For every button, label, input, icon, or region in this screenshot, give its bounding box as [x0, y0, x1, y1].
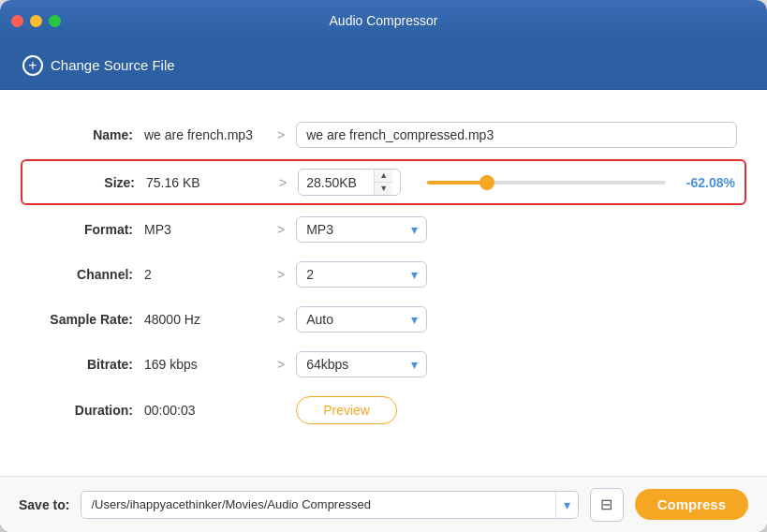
name-label: Name:: [30, 127, 133, 142]
sample-rate-row: Sample Rate: 48000 Hz > Auto 44100 48000: [30, 297, 737, 342]
format-row: Format: MP3 > MP3 AAC WAV FLAC: [30, 207, 737, 252]
bitrate-arrow-icon: >: [277, 357, 285, 372]
size-spinner-down[interactable]: ▼: [375, 183, 392, 195]
size-slider-area: -62.08%: [427, 175, 735, 190]
sample-rate-arrow-icon: >: [277, 312, 285, 327]
maximize-button[interactable]: [49, 15, 61, 27]
sample-rate-output-control: Auto 44100 48000: [296, 306, 737, 332]
path-wrapper: ▾: [81, 491, 578, 519]
size-percent-label: -62.08%: [677, 175, 735, 190]
bottom-bar: Save to: ▾ ⊟ Compress: [0, 476, 767, 532]
sample-rate-original: 48000 Hz: [144, 312, 266, 327]
sample-rate-select[interactable]: Auto 44100 48000: [296, 306, 427, 332]
channel-original: 2: [144, 267, 266, 282]
name-output-control: [296, 122, 737, 148]
channel-row: Channel: 2 > 2 1: [30, 252, 737, 297]
format-arrow-icon: >: [277, 222, 285, 237]
size-arrow-icon: >: [279, 175, 287, 190]
size-original: 75.16 KB: [146, 175, 268, 190]
sample-rate-select-wrapper: Auto 44100 48000: [296, 306, 427, 332]
size-spinners: ▲ ▼: [374, 170, 392, 195]
window-title: Audio Compressor: [330, 13, 438, 28]
main-content: Name: we are french.mp3 > Size: 75.16 KB…: [0, 90, 767, 476]
form-grid: Name: we are french.mp3 > Size: 75.16 KB…: [30, 112, 737, 434]
bitrate-row: Bitrate: 169 kbps > 64kbps 128kbps 192kb…: [30, 342, 737, 387]
change-source-label: Change Source File: [51, 57, 175, 73]
size-slider-track[interactable]: [427, 181, 666, 185]
size-slider-thumb[interactable]: [479, 175, 494, 190]
format-label: Format:: [30, 222, 133, 237]
format-select-wrapper: MP3 AAC WAV FLAC: [296, 216, 427, 243]
size-spinner-up[interactable]: ▲: [375, 170, 392, 183]
close-button[interactable]: [11, 15, 23, 27]
size-output-control: ▲ ▼ -62.08%: [298, 169, 735, 196]
name-row: Name: we are french.mp3 >: [30, 112, 737, 157]
app-window: Audio Compressor + Change Source File Na…: [0, 0, 767, 532]
save-path-input[interactable]: [81, 492, 554, 517]
folder-icon: ⊟: [600, 495, 612, 513]
duration-label: Duration:: [30, 403, 133, 418]
change-source-button[interactable]: + Change Source File: [15, 52, 183, 80]
bitrate-label: Bitrate:: [30, 357, 133, 372]
duration-row: Duration: 00:00:03 > Preview: [30, 387, 737, 434]
bitrate-select-wrapper: 64kbps 128kbps 192kbps 320kbps: [296, 351, 427, 377]
size-output-input[interactable]: [299, 170, 374, 195]
channel-arrow-icon: >: [277, 267, 285, 282]
duration-output-control: Preview: [296, 396, 737, 424]
size-input-wrapper: ▲ ▼: [298, 169, 401, 196]
channel-output-control: 2 1: [296, 261, 737, 288]
title-bar: Audio Compressor: [0, 0, 767, 41]
size-row: Size: 75.16 KB > ▲ ▼: [21, 159, 746, 205]
traffic-lights: [11, 15, 61, 27]
format-original: MP3: [144, 222, 266, 237]
channel-select[interactable]: 2 1: [296, 261, 427, 288]
bitrate-original: 169 kbps: [144, 357, 266, 372]
name-output-input[interactable]: [296, 122, 737, 148]
bitrate-select[interactable]: 64kbps 128kbps 192kbps 320kbps: [296, 351, 427, 377]
preview-button[interactable]: Preview: [296, 396, 397, 424]
save-to-label: Save to:: [19, 497, 69, 512]
bitrate-output-control: 64kbps 128kbps 192kbps 320kbps: [296, 351, 737, 377]
minimize-button[interactable]: [30, 15, 42, 27]
name-original: we are french.mp3: [144, 127, 266, 142]
compress-button[interactable]: Compress: [635, 489, 748, 520]
circle-plus-icon: +: [22, 55, 43, 76]
size-slider-fill: [427, 181, 487, 185]
duration-original: 00:00:03: [144, 403, 266, 418]
format-output-control: MP3 AAC WAV FLAC: [296, 216, 737, 243]
format-select[interactable]: MP3 AAC WAV FLAC: [296, 216, 427, 243]
size-label: Size:: [32, 175, 135, 190]
toolbar: + Change Source File: [0, 41, 767, 90]
channel-label: Channel:: [30, 267, 133, 282]
path-dropdown-button[interactable]: ▾: [555, 492, 578, 518]
channel-select-wrapper: 2 1: [296, 261, 427, 288]
name-arrow-icon: >: [277, 127, 285, 142]
sample-rate-label: Sample Rate:: [30, 312, 133, 327]
folder-button[interactable]: ⊟: [590, 488, 624, 522]
